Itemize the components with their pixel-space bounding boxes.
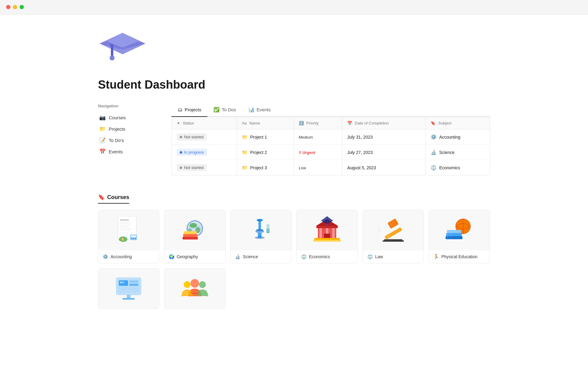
tab-todos[interactable]: ✅ To Dos (207, 104, 242, 117)
it-img (98, 269, 159, 309)
economics-img (297, 210, 357, 250)
nav-table-section: Navigation 📷 Courses 📁 Projects 📝 To Do'… (98, 104, 490, 175)
pe-label: 🏃 Physical Education (429, 250, 490, 263)
subject-cell: ⚖️ Economics (426, 160, 490, 175)
svg-rect-13 (119, 230, 130, 230)
geography-img (164, 210, 225, 250)
svg-rect-9 (119, 224, 130, 224)
status-dot (180, 167, 182, 169)
table-row[interactable]: Not started 📁 Project 3 Low (172, 160, 490, 175)
sidebar-item-todos[interactable]: 📝 To Do's (98, 135, 147, 145)
svg-rect-51 (326, 221, 328, 224)
close-button[interactable] (6, 5, 10, 9)
svg-point-34 (257, 219, 263, 221)
projects-tab-icon: 🗂 (178, 107, 183, 113)
courses-header-icon: 🔖 (98, 194, 105, 201)
status-dot (180, 136, 182, 138)
urgent-icon: ‼️ (299, 150, 301, 155)
economics-label: ⚖️ Economics (297, 250, 357, 263)
svg-point-38 (255, 236, 265, 239)
svg-rect-11 (119, 227, 129, 227)
svg-rect-53 (313, 240, 341, 242)
accounting-label: ⚙️ Accounting (98, 250, 159, 263)
sidebar-item-courses[interactable]: 📷 Courses (98, 113, 147, 123)
table-row[interactable]: Not started 📁 Project 1 Medium (172, 129, 490, 145)
status-col-icon: ✦ (177, 121, 180, 125)
sidebar-item-events[interactable]: 📅 Events (98, 147, 147, 157)
svg-point-52 (326, 224, 328, 225)
sidebar-item-projects[interactable]: 📁 Projects (98, 124, 147, 134)
pe-img (429, 210, 490, 250)
subject-cell: 🔬 Science (426, 145, 490, 160)
col-date: 📅 Date of Completion (342, 117, 425, 129)
svg-rect-44 (316, 226, 338, 228)
svg-rect-74 (119, 287, 138, 289)
titlebar (0, 0, 588, 14)
course-card-science[interactable]: 🔬 Science (230, 210, 292, 263)
status-cell: In progress (172, 145, 237, 160)
svg-rect-8 (119, 222, 132, 223)
course-card-economics[interactable]: ⚖️ Economics (296, 210, 358, 263)
svg-rect-66 (447, 230, 461, 233)
tab-projects[interactable]: 🗂 Projects (172, 104, 207, 117)
course-card-social[interactable] (164, 268, 225, 309)
events-tab-icon: 📊 (248, 107, 254, 113)
svg-rect-10 (119, 225, 131, 226)
science-label-icon: 🔬 (235, 254, 241, 259)
svg-rect-12 (119, 228, 132, 229)
svg-rect-56 (387, 218, 399, 229)
folder-icon: 📁 (242, 134, 248, 140)
grad-cap-icon (98, 27, 147, 70)
main-content: Student Dashboard Navigation 📷 Courses 📁… (80, 14, 508, 321)
status-cell: Not started (172, 129, 237, 145)
svg-rect-30 (183, 237, 198, 240)
course-card-geography[interactable]: 🌍 Geography (164, 210, 225, 263)
content-area: 🗂 Projects ✅ To Dos 📊 Events (172, 104, 490, 175)
law-label: ⚖️ Law (363, 250, 424, 263)
svg-rect-76 (127, 295, 130, 298)
svg-point-78 (120, 282, 122, 283)
sidebar-nav: Navigation 📷 Courses 📁 Projects 📝 To Do'… (98, 104, 147, 175)
svg-point-82 (199, 281, 206, 288)
svg-rect-54 (314, 238, 340, 240)
course-card-pe[interactable]: 🏃 Physical Education (429, 210, 490, 263)
folder-icon: 📁 (242, 150, 248, 155)
courses-grid-row2 (98, 268, 490, 309)
maximize-button[interactable] (20, 5, 24, 9)
subject-col-icon: 🔖 (431, 121, 435, 125)
pe-label-icon: 🏃 (433, 254, 439, 259)
priority-col-icon: ℹ️ (299, 121, 304, 125)
name-cell: 📁 Project 1 (237, 129, 294, 145)
svg-rect-45 (319, 228, 322, 238)
course-card-it[interactable] (98, 268, 159, 309)
name-col-icon: Aa (242, 121, 247, 125)
course-card-accounting[interactable]: INVOICE $ (98, 210, 159, 263)
svg-point-41 (267, 229, 269, 231)
accounting-icon: ⚙️ (431, 134, 437, 140)
accounting-img: INVOICE $ (98, 210, 159, 250)
svg-point-36 (255, 229, 264, 233)
col-priority: ℹ️ Priority (294, 117, 342, 129)
svg-rect-77 (123, 298, 135, 300)
economics-label-icon: ⚖️ (301, 254, 307, 259)
svg-rect-65 (446, 233, 462, 236)
courses-icon: 📷 (99, 114, 106, 121)
date-cell: July 27, 2023 (342, 145, 425, 160)
minimize-button[interactable] (13, 5, 17, 9)
geography-label: 🌍 Geography (164, 250, 225, 263)
date-cell: August 5, 2023 (342, 160, 425, 175)
science-icon: 🔬 (431, 149, 437, 155)
course-card-law[interactable]: ⚖️ Law (363, 210, 424, 263)
page-title: Student Dashboard (98, 78, 490, 91)
tab-bar: 🗂 Projects ✅ To Dos 📊 Events (172, 104, 490, 117)
events-icon: 📅 (99, 148, 106, 155)
priority-cell: ‼️ Urgent (294, 145, 342, 160)
col-subject: 🔖 Subject (426, 117, 490, 129)
tab-events[interactable]: 📊 Events (242, 104, 277, 117)
svg-rect-64 (446, 236, 462, 239)
science-label: 🔬 Science (231, 250, 291, 263)
subject-cell: ⚙️ Accounting (426, 129, 490, 145)
table-row[interactable]: In progress 📁 Project 2 (172, 145, 490, 160)
svg-point-20 (135, 238, 136, 239)
economics-icon: ⚖️ (431, 165, 437, 171)
